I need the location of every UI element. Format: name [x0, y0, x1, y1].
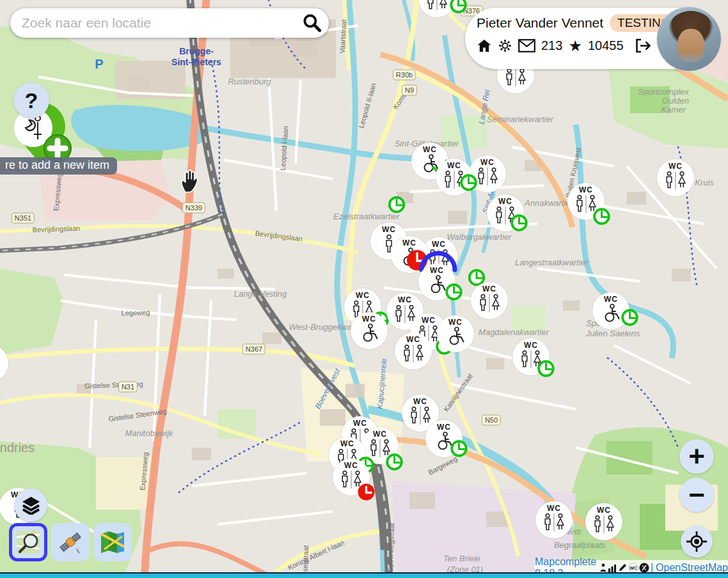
marker-wc-label: WC [437, 423, 451, 432]
wc-theme-icon[interactable]: WC [628, 563, 638, 573]
satellite-icon [57, 529, 84, 555]
user-avatar[interactable] [656, 6, 722, 72]
open-clock-badge [450, 0, 467, 13]
changeset-count: 10455 [588, 38, 624, 53]
open-clock-badge [537, 360, 555, 377]
attribution-icons: WC [599, 563, 649, 573]
zoom-in-glyph: + [688, 441, 705, 473]
logout-icon[interactable] [635, 38, 651, 53]
map-marker-toilet-duo[interactable]: WC [567, 183, 605, 220]
open-clock-badge [450, 440, 468, 457]
map-marker-toilet-duo[interactable]: WC [487, 194, 524, 231]
marker-wc-label: WC [498, 198, 512, 206]
map-marker-toilet-duo[interactable]: WC [585, 503, 622, 540]
marker-wc-label: WC [413, 398, 427, 406]
gear-icon[interactable] [498, 38, 512, 53]
marker-wc-label: WC [447, 162, 461, 170]
marker-wc-label: WC [382, 226, 396, 234]
open-clock-badge [593, 208, 610, 225]
marker-wc-label: WC [340, 440, 354, 448]
marker-wc-label: WC [356, 292, 370, 300]
open-clock-badge [460, 174, 477, 191]
map-marker-toilet-duo[interactable]: WC [418, 0, 455, 17]
map-marker-toilet-duo[interactable]: WC [395, 332, 432, 370]
marker-wc-label: WC [448, 318, 463, 327]
map-marker-toilet-duo[interactable]: WC [512, 338, 550, 375]
zoom-in-button[interactable]: + [679, 439, 714, 474]
marker-wc-label: WC [406, 336, 420, 344]
map-marker-toilet-wheelchair[interactable]: WC [437, 315, 474, 352]
marker-wc-label: WC [669, 162, 683, 171]
statistics-icon[interactable] [608, 563, 617, 572]
open-clock-badge [388, 196, 406, 216]
zoom-out-glyph: − [688, 479, 705, 511]
map-marker-layer: WCWCWCWCWCWCWCWCWCWCWCWCWCWCWCWCWCWCWCWC… [0, 0, 728, 578]
marker-wc-label: WC [482, 285, 496, 293]
star-icon: ★ [568, 40, 582, 52]
message-count: 213 [541, 38, 562, 53]
map-marker-toilet-wheelchair[interactable]: WC [592, 292, 629, 329]
marker-wc-label: WC [353, 419, 367, 428]
marker-wc-label: WC [362, 315, 376, 324]
marker-wc-label: WC [547, 504, 561, 513]
marker-wc-label: WC [398, 296, 412, 304]
community-icon[interactable] [599, 563, 607, 572]
add-item-tooltip: re to add a new item [0, 157, 117, 175]
open-clock-badge [386, 453, 403, 471]
search-icon[interactable] [299, 11, 324, 35]
help-label: ? [25, 88, 38, 113]
map-marker-toilet-duo[interactable]: WC [333, 458, 370, 496]
open-clock-badge [621, 309, 638, 326]
marker-wc-label: WC [402, 239, 416, 247]
bottom-progress-bar [0, 572, 728, 578]
closed-clock-badge [358, 483, 375, 501]
style-osm-carto-button[interactable] [9, 523, 47, 561]
map-marker-toilet-duo[interactable]: WC [436, 159, 473, 196]
osm-map-icon [15, 529, 41, 555]
marker-wc-label: WC [524, 341, 538, 350]
map-marker-toilet-wheelchair[interactable]: WC [418, 263, 455, 301]
map-marker-toilet-duo[interactable]: WC [471, 282, 508, 319]
map-marker-toilet-duo[interactable]: WC [535, 501, 573, 538]
layers-button[interactable] [14, 488, 47, 522]
folded-map-icon [99, 530, 126, 554]
marker-wc-label: WC [597, 506, 611, 515]
marker-wc-label: WC [480, 159, 495, 167]
background-style-switcher [9, 523, 132, 561]
marker-wc-label: WC [430, 267, 444, 275]
layers-icon [21, 496, 41, 515]
marker-wc-label: WC [579, 186, 593, 194]
svg-text:WC: WC [629, 566, 637, 570]
zoom-out-button[interactable]: − [679, 478, 714, 512]
open-clock-badge [510, 214, 528, 231]
style-satellite-button[interactable] [51, 523, 90, 561]
geolocate-button[interactable] [681, 526, 713, 558]
marker-wc-label: WC [423, 146, 437, 154]
license-icon[interactable] [639, 563, 649, 573]
marker-wc-label: WC [432, 240, 446, 249]
user-name[interactable]: Pieter Vander Vennet [477, 15, 603, 31]
open-clock-badge [445, 283, 463, 301]
envelope-icon[interactable] [518, 39, 535, 52]
marker-wc-label: WC [604, 295, 618, 304]
marker-wc-label: WC [373, 430, 387, 439]
search-input[interactable] [10, 15, 299, 31]
marker-wc-label: WC [422, 316, 436, 325]
help-button[interactable]: ? [13, 82, 49, 118]
style-map-button[interactable] [93, 523, 132, 561]
home-icon[interactable] [477, 38, 492, 53]
crosshair-icon [686, 531, 708, 552]
pencil-icon[interactable] [618, 563, 628, 572]
map-marker-toilet-single[interactable]: WC [0, 345, 8, 382]
map-marker-toilet-wheelchair[interactable]: WC [351, 312, 388, 349]
location-search-bar [10, 8, 329, 38]
attribution-separator: | [651, 562, 653, 574]
marker-wc-label: WC [344, 462, 358, 470]
map-marker-toilet-wheelchair[interactable]: WC [425, 420, 463, 457]
osm-link[interactable]: OpenStreetMap [656, 562, 728, 574]
map-marker-toilet-duo[interactable]: WC [657, 159, 694, 196]
